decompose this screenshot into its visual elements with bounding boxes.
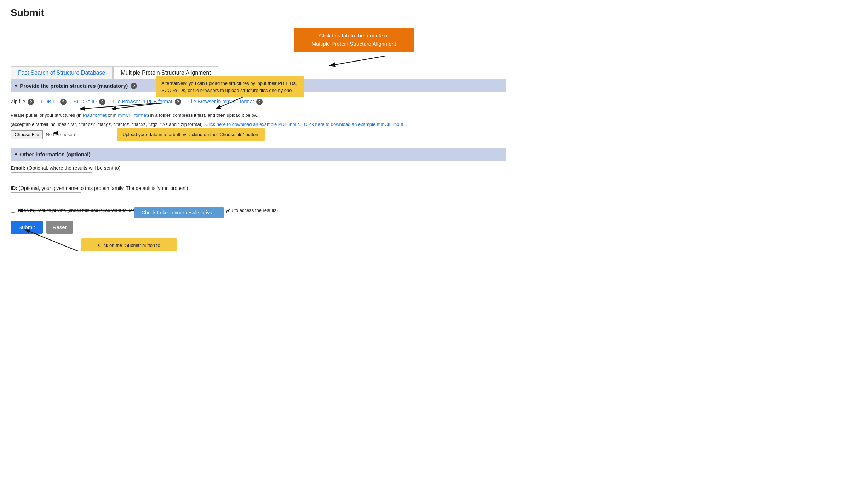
subtab-zip-help[interactable]: ?	[28, 99, 34, 105]
reset-button[interactable]: Reset	[46, 221, 73, 234]
subtab-scope-help[interactable]: ?	[99, 99, 105, 105]
subtab-pdb[interactable]: PDB ID ?	[41, 99, 67, 105]
yellow-tooltip-subtabs: Alternatively, you can upload the struct…	[156, 76, 304, 97]
page-title: Submit	[11, 7, 506, 18]
email-label: Email: (Optional, where the results will…	[11, 165, 120, 171]
email-section: Email: (Optional, where the results will…	[11, 165, 506, 181]
svg-line-1	[329, 56, 386, 66]
section1-help-icon[interactable]: ?	[131, 83, 137, 89]
pdb-format-link[interactable]: PDB format	[83, 112, 107, 118]
choose-file-button[interactable]: Choose File	[11, 130, 43, 139]
no-file-text: No file chosen	[46, 132, 75, 137]
yellow-tooltip-upload: Upload your data in a tarball by clickin…	[117, 128, 265, 141]
tab-fast-search[interactable]: Fast Search of Structure Database	[11, 66, 113, 79]
arrow-to-tab	[11, 28, 506, 66]
subtabs-bar: Zip file ? PDB ID ? SCOPe ID ? File Brow…	[11, 96, 506, 108]
info-text2: (acceptable tarball includes *.tar, *.ta…	[11, 121, 506, 128]
subtab-filepdb-help[interactable]: ?	[175, 99, 181, 105]
subtab-zip[interactable]: Zip file ?	[11, 99, 34, 105]
private-row: Keep my results private (check this box …	[11, 207, 506, 214]
blue-tooltip-private: Check to keep your results private	[134, 207, 224, 218]
mmcif-format-link[interactable]: mmCIF format	[118, 112, 147, 118]
orange-tooltip: Click this tab to the module ofMultiple …	[294, 28, 414, 52]
section1-title: Provide the protein structures (mandator…	[20, 83, 128, 89]
subtab-scope[interactable]: SCOPe ID ?	[74, 99, 105, 105]
section2-header: • Other information (optional)	[11, 148, 506, 161]
section2-title: Other information (optional)	[20, 151, 90, 157]
yellow-tooltip-submit: Click on the "Submit" button to submit y…	[81, 238, 177, 251]
id-sublabel: (Optional, your given name to this prote…	[19, 185, 188, 191]
subtab-pdb-help[interactable]: ?	[60, 99, 67, 105]
id-section: ID: (Optional, your given name to this p…	[11, 185, 506, 201]
private-checkbox[interactable]	[11, 208, 15, 213]
bullet1: •	[15, 82, 17, 89]
email-sublabel: (Optional, where the results will be sen…	[27, 165, 121, 171]
subtab-filepdb[interactable]: File Browser in PDB format ?	[113, 99, 181, 105]
id-input[interactable]	[11, 192, 81, 201]
bullet2: •	[15, 151, 17, 158]
subtab-filemmcif[interactable]: File Browser in mmCIF format ?	[188, 99, 263, 105]
download-mmcif-link[interactable]: Click here to download an example mmCIF …	[304, 122, 407, 127]
submit-button[interactable]: Submit	[11, 221, 43, 234]
button-row: Submit Reset	[11, 221, 506, 234]
info-text: Please put all of your structures (in PD…	[11, 112, 506, 119]
id-label: ID: (Optional, your given name to this p…	[11, 185, 188, 191]
email-input[interactable]	[11, 172, 92, 181]
subtab-filemmcif-help[interactable]: ?	[256, 99, 263, 105]
download-pdb-link[interactable]: Click here to download an example PDB in…	[205, 122, 303, 127]
